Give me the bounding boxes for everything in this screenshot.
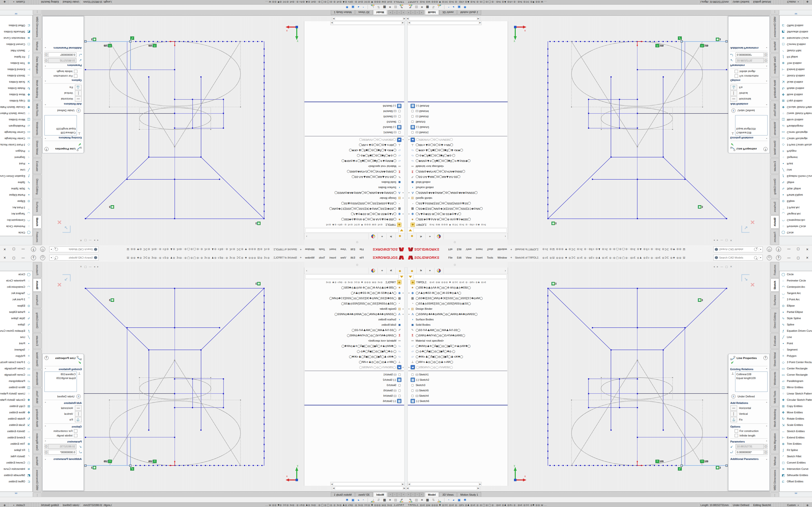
tool-style-spline[interactable]: ∿Style Spline <box>779 315 812 321</box>
expand-arrow-icon[interactable]: ▸ <box>401 366 404 369</box>
tab-weldments[interactable]: Weldments <box>770 120 779 137</box>
search-box[interactable]: Search CAD Models ▾ <box>713 255 763 261</box>
prev-doc-icon[interactable]: ◂ <box>713 265 715 268</box>
doc-tab-motion-study-1[interactable]: Motion Study 1 <box>331 492 355 497</box>
tab-sheet-metal[interactable]: Sheet Metal <box>770 349 779 370</box>
tool-style-spline[interactable]: ∿Style Spline <box>0 186 33 192</box>
reload-icon[interactable]: ◕ <box>453 5 455 9</box>
length-field[interactable]: 10.88152731 <box>735 444 764 449</box>
tool-stretch-entities[interactable]: ↔Stretch Entities <box>779 428 812 434</box>
tree-item[interactable]: ✎◯ƧƧ∙Ո⁂♟AΜ◯◎◯ΜA♟⁂Ո∙ƧƧ◯ <box>304 327 404 333</box>
restore-button[interactable]: ▢ <box>12 248 15 251</box>
tool-fit-spline[interactable]: ∫Fit Spline <box>779 447 812 453</box>
expand-arrow-icon[interactable]: ▸ <box>401 197 404 200</box>
tree-item[interactable]: ▸A◯ƧƧИИ◎✚A✚◎ИИA◯◎◯AИИ◎✚A✚◎ИИƧƧ◯ <box>408 190 508 195</box>
configurationmanager-tab[interactable]: ⌖ <box>377 268 387 274</box>
angle-field[interactable]: 0.00000000° <box>48 52 77 57</box>
tree-item[interactable]: ◼Solid Bodies <box>304 322 404 327</box>
tab-nav-1-icon[interactable]: ‹ <box>397 493 401 497</box>
tab-nav-2-icon[interactable]: › <box>393 10 397 14</box>
graphics-horizontal-scrollbar[interactable]: ◀ ▶ <box>406 486 480 490</box>
menu-window[interactable]: Window <box>303 255 317 260</box>
equal-relation-badge[interactable]: =109 <box>148 460 157 463</box>
equal-relation-badge[interactable]: =109 <box>700 460 708 463</box>
pin-icon[interactable]: ✦ <box>510 248 513 251</box>
tool-parallelogram[interactable]: ▱Parallelogram <box>0 123 33 129</box>
featuremanager-tab[interactable]: ◆ <box>408 233 417 239</box>
help-icon[interactable]: ? <box>776 255 781 260</box>
option-infinite-length[interactable]: Infinite length <box>45 70 77 73</box>
tool-ellipse[interactable]: ⊙Ellipse <box>779 198 812 205</box>
tree-item[interactable]: ▢(-) Sketch4 <box>304 109 404 114</box>
tree-item[interactable]: ▱◯∙◎✚◯⁑◉[◯◎◯]◉⁑◯✚◎∙◯ <box>304 153 404 158</box>
length-spinner[interactable]: ▲▼ <box>764 58 767 63</box>
tab-data-migration[interactable]: Data Migration <box>33 53 42 77</box>
close-button[interactable]: ✕ <box>3 248 6 251</box>
relation-entry[interactable]: Collinear108 <box>46 131 75 135</box>
cancel-sketch-icon[interactable]: ✕ <box>57 219 62 225</box>
tool-segment[interactable]: ⁖Segment <box>779 154 812 161</box>
tab-weldments[interactable]: Weldments <box>770 370 779 387</box>
reload-icon[interactable]: ◕ <box>358 498 360 502</box>
search-box[interactable]: Search CAD Models ▾ <box>49 255 99 261</box>
tab-mesh-modeling[interactable]: Mesh Modeling <box>33 77 42 100</box>
tool-trim-entities[interactable]: ⊗Trim Entities <box>0 60 33 66</box>
checkbox[interactable] <box>74 70 77 73</box>
menu-edit[interactable]: Edit <box>455 247 464 252</box>
menu-file[interactable]: File <box>446 247 455 252</box>
search-box[interactable]: Search CAD Models ▾ <box>49 246 99 252</box>
relation-entry[interactable]: Collinear108 <box>737 372 766 376</box>
additional-parameters-header[interactable]: Additional Parameters⌄ <box>45 457 82 460</box>
tree-item[interactable]: ▢(-) Sketch1 <box>408 372 508 377</box>
parameters-header[interactable]: Parameters⌃ <box>45 440 82 443</box>
tab-surfaces[interactable]: Surfaces <box>770 199 779 215</box>
tree-item[interactable]: Σ◯ƧИИ◎✚AՈᵃ϶Ɛ◯◎◯Ɛ϶ᵃՈA✚◎ИИƧ◯ <box>304 333 404 338</box>
tool-partial-ellipse[interactable]: ◗Partial Ellipse <box>0 192 33 198</box>
pin-icon[interactable]: ✦ <box>299 256 302 259</box>
ok-button[interactable]: ✔ <box>45 142 81 147</box>
relation-badge[interactable]: ▨3 <box>698 298 703 302</box>
tool-scale-entities[interactable]: ⇲Scale Entities <box>0 422 33 428</box>
length-spinner[interactable]: ▲▼ <box>45 444 48 449</box>
tool-move-entities[interactable]: ✥Move Entities <box>0 409 33 415</box>
tree-item[interactable]: ▸▰◯ƧƃƐИΛՈ∙◯◎◯∙ՈΛИƐƃƧ◯ <box>304 137 404 143</box>
displaymanager-tab[interactable] <box>368 268 377 274</box>
tool-linear-sketch-pattern[interactable]: ⁘Linear Sketch Pattern <box>779 110 812 117</box>
tool-extend-entities[interactable]: ⊢Extend Entities <box>779 434 812 441</box>
scrollbar-track[interactable] <box>409 487 477 490</box>
tree-item[interactable]: ✎◯ƧƧ∙Ո⁂♟AΜ◯◎◯ΜA♟⁂Ո∙ƧƧ◯ <box>304 174 404 180</box>
angle-spinner[interactable]: ▲▼ <box>764 52 767 57</box>
scrollbar-track[interactable] <box>333 483 401 486</box>
scrollbar-track[interactable] <box>335 487 403 490</box>
tree-item[interactable]: ★◯ƧƃƐ✚◎♟◎ΛA Φ◯◎◯Φ AΛ◎♟◎✚ƐƃƧ◯ <box>304 285 404 290</box>
tree-item[interactable]: ▱◯∙◎✚◯⁑◉[◯◎◯]◉⁑◯✚◎∙◯ <box>408 349 508 354</box>
tab-evaluate[interactable]: Evaluate <box>33 333 42 349</box>
tab-mbd-dimensions[interactable]: MBD Dimensions <box>33 468 42 492</box>
search-dropdown-chevron-icon[interactable]: ▾ <box>50 256 53 259</box>
tool-circle[interactable]: ◯Circle <box>0 271 33 277</box>
tree-item[interactable]: ✎◯ƧƧ∙Ո⁂♟AΜ◯◎◯ΜA♟⁂Ո∙ƧƧ◯ <box>408 174 508 180</box>
layers-icon[interactable]: ▤ <box>394 498 397 502</box>
collinear-relation-badge[interactable]: ╱ <box>678 37 682 40</box>
tool-mirror-entities[interactable]: ◫Mirror Entities <box>779 384 812 390</box>
layers-icon[interactable]: ▤ <box>415 498 418 502</box>
tab-markup[interactable]: Markup <box>33 39 42 53</box>
prev-doc-icon[interactable]: ◂ <box>97 265 99 268</box>
tab-markup[interactable]: Markup <box>770 39 779 53</box>
add-relations-header[interactable]: Add Relations⌃ <box>730 401 767 404</box>
expand-arrow-icon[interactable]: ▸ <box>401 192 404 194</box>
scrollbar-track[interactable] <box>411 21 479 24</box>
parameters-header[interactable]: Parameters⌃ <box>730 440 767 443</box>
settings-gear-icon[interactable]: ✱ <box>346 498 348 502</box>
tree-item[interactable]: ▦◯ƧƧ✚ƐƸƧƧ◯ИИ◎✚ϽƐƸƐƧƧ◯◎◯ƧƧƐƸƐϽ✚◎ИИ◯ <box>304 295 404 301</box>
checkbox[interactable] <box>74 429 77 433</box>
panel-help-icon[interactable]: ? <box>763 356 767 360</box>
search-dropdown-chevron-icon[interactable]: ▾ <box>759 248 762 251</box>
tree-item[interactable]: ▦(-) Sketch2 <box>304 125 404 130</box>
tool-rotate-entities[interactable]: ↻Rotate Entities <box>0 415 33 422</box>
tree-item[interactable]: ◔◯ƧƧ♟◎ƧƧИƐƸƧƧ◯◎◯ƧƧƐƸИƧƧ◎♟ƧƧ◯ <box>304 301 404 306</box>
datum-icon[interactable]: ∟ <box>371 5 374 9</box>
tree-item[interactable]: ▢(-) Sketch5 <box>408 114 508 119</box>
user-account-icon[interactable] <box>40 255 45 260</box>
tool-offset-entities[interactable]: ⊏Offset Entities <box>779 478 812 485</box>
